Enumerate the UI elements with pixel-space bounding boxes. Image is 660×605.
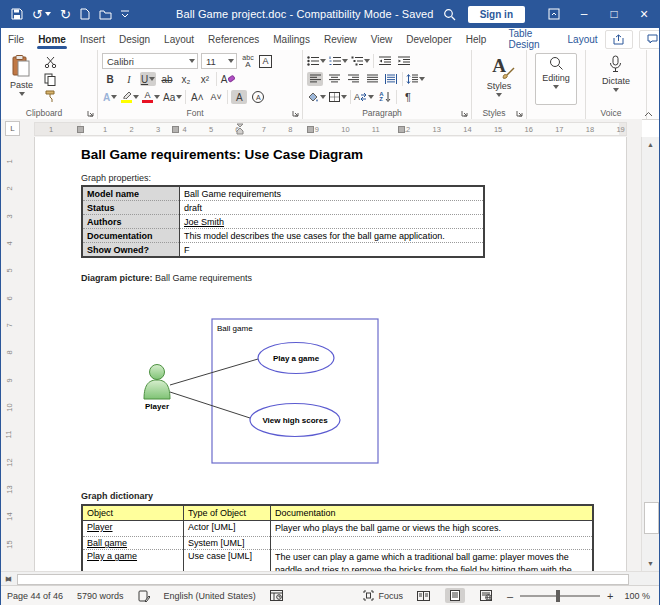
tab-insert[interactable]: Insert [73,28,112,50]
borders-button[interactable] [329,90,347,104]
format-painter-icon[interactable] [42,89,58,103]
horizontal-ruler[interactable]: 1 12345678910111213141516171819 [34,122,627,136]
decrease-indent-button[interactable] [377,54,393,68]
font-name-combo[interactable]: Calibri [102,53,198,69]
maximize-button[interactable]: □ [599,0,629,28]
tab-selector[interactable]: L [5,121,20,136]
use-case-diagram[interactable]: Ball game Play a game View high scores P… [81,288,626,483]
table-column-marker[interactable] [77,126,84,133]
horizontal-scrollbar[interactable]: ◀ ▶ [1,571,659,586]
subscript-button[interactable]: x₂ [178,72,194,86]
show-formatting-button[interactable]: ¶ [400,90,416,104]
ribbon-display-options-button[interactable] [539,0,569,28]
customize-qat-icon[interactable] [121,10,129,18]
bold-button[interactable]: B [102,72,118,86]
scroll-up-icon[interactable]: ▲ [642,137,659,152]
align-center-button[interactable] [326,72,342,86]
tab-help[interactable]: Help [459,28,494,50]
grow-font-button[interactable]: A˄ [189,90,205,104]
increase-indent-button[interactable] [396,54,412,68]
clipboard-dialog-launcher-icon[interactable] [87,110,94,117]
cut-icon[interactable] [42,55,58,69]
system-boundary[interactable] [212,319,378,463]
text-effects-button[interactable]: A [102,90,118,104]
comments-button[interactable] [639,30,660,49]
search-icon[interactable] [443,8,456,21]
font-dialog-launcher-icon[interactable] [292,110,299,117]
share-button[interactable] [605,30,633,49]
actor-figure[interactable] [144,365,170,400]
open-folder-icon[interactable] [99,9,112,20]
distribute-button[interactable] [383,72,399,86]
table-column-marker[interactable] [172,126,179,133]
vertical-scrollbar[interactable]: ▲ ▼ [641,137,659,571]
zoom-track[interactable] [520,595,600,597]
tab-layout[interactable]: Layout [157,28,201,50]
align-left-button[interactable] [307,72,323,86]
close-button[interactable]: × [629,0,659,28]
tab-references[interactable]: References [201,28,266,50]
styles-button[interactable]: A Styles [482,53,517,105]
editing-button[interactable]: Editing [535,53,577,105]
zoom-level[interactable]: 100 % [624,591,650,601]
font-size-combo[interactable]: 11 [201,53,237,69]
clear-formatting-button[interactable]: A [220,72,236,86]
font-color-button[interactable]: A [142,90,160,104]
horizontal-scroll-thumb[interactable] [17,574,629,585]
line-spacing-button[interactable] [406,72,425,86]
align-right-button[interactable] [345,72,361,86]
document-page[interactable]: Ball Game requirements: Use Case Diagram… [34,137,627,571]
save-icon[interactable] [11,8,23,20]
dictate-button[interactable]: Dictate [597,53,635,105]
multilevel-list-button[interactable] [351,54,370,68]
bullets-button[interactable] [307,54,326,68]
superscript-button[interactable]: x² [197,72,213,86]
strikethrough-button[interactable]: ab [159,72,175,86]
shading-button[interactable] [307,90,326,104]
paste-button[interactable]: Paste [5,53,38,105]
sign-in-button[interactable]: Sign in [468,6,525,23]
zoom-slider[interactable]: – + [507,590,614,602]
read-mode-button[interactable] [414,588,434,603]
character-border-icon[interactable]: A [259,55,272,68]
graph-properties-table[interactable]: Model nameBall Game requirements Statusd… [81,185,485,258]
tab-view[interactable]: View [364,28,400,50]
scroll-down-icon[interactable]: ▼ [642,556,659,571]
numbering-button[interactable] [329,54,348,68]
zoom-in-button[interactable]: + [607,590,613,602]
highlight-color-button[interactable] [121,90,139,104]
web-layout-button[interactable] [476,588,496,603]
table-column-marker[interactable] [398,126,405,133]
redo-icon[interactable]: ↻ [60,7,71,22]
character-shading-button[interactable]: A [231,90,247,104]
enclose-characters-button[interactable]: A [250,90,266,104]
underline-button[interactable]: U [140,72,156,86]
tab-layout-contextual[interactable]: Layout [561,28,605,50]
change-case-button[interactable]: Aa [163,90,182,104]
italic-button[interactable]: I [121,72,137,86]
indent-marker[interactable] [236,123,244,135]
new-document-icon[interactable] [80,8,90,20]
table-column-marker[interactable] [307,126,314,133]
phonetic-guide-icon[interactable]: abcA [240,54,256,68]
tab-home[interactable]: Home [31,28,73,50]
language-indicator[interactable]: English (United States) [164,591,256,601]
paragraph-dialog-launcher-icon[interactable] [461,110,468,117]
minimize-button[interactable]: – [569,0,599,28]
collapse-ribbon-icon[interactable] [644,111,653,117]
vertical-ruler[interactable]: 123456789101112131415 [1,137,23,571]
tab-table-design[interactable]: Table Design [501,28,546,50]
asian-layout-button[interactable]: A [354,90,374,104]
print-layout-button[interactable] [445,588,465,603]
styles-dialog-launcher-icon[interactable] [516,110,523,117]
justify-button[interactable] [364,72,380,86]
focus-toggle[interactable]: Focus [363,590,403,601]
sort-button[interactable]: AZ [377,90,393,104]
tab-file[interactable]: File [1,28,31,50]
scroll-right-icon[interactable]: ▶ [1,572,16,585]
copy-icon[interactable] [42,72,58,86]
word-count[interactable]: 5790 words [77,591,124,601]
tab-developer[interactable]: Developer [399,28,459,50]
tab-mailings[interactable]: Mailings [266,28,317,50]
tab-design[interactable]: Design [112,28,157,50]
